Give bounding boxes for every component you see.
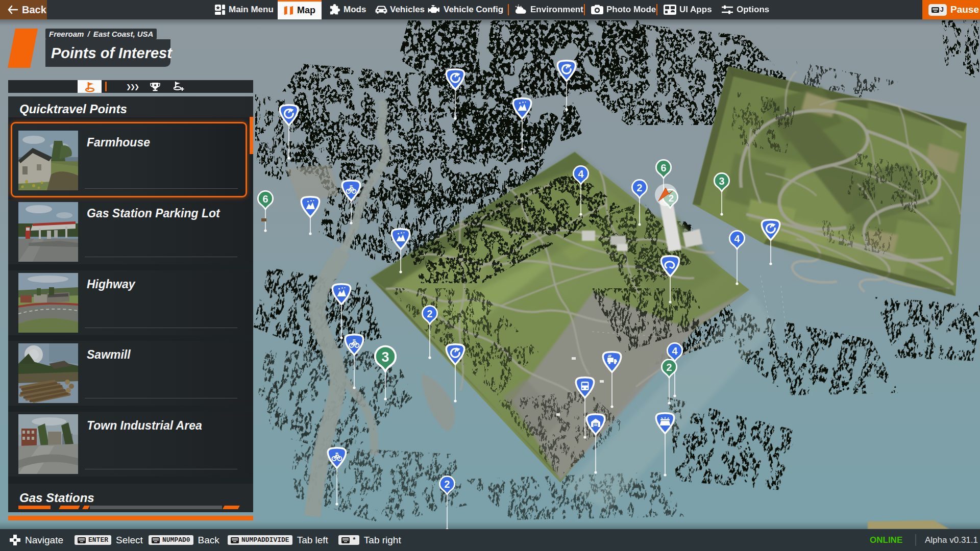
svg-text:4: 4 — [672, 345, 678, 357]
svg-text:2: 2 — [636, 182, 642, 193]
svg-text:4: 4 — [578, 168, 584, 180]
svg-text:2: 2 — [427, 308, 432, 319]
svg-text:4: 4 — [734, 233, 740, 244]
svg-text:6: 6 — [262, 193, 268, 205]
svg-text:6: 6 — [660, 162, 666, 173]
svg-text:2: 2 — [444, 479, 450, 490]
svg-text:3: 3 — [719, 176, 724, 187]
svg-text:3: 3 — [381, 349, 389, 365]
svg-text:2: 2 — [666, 362, 672, 373]
